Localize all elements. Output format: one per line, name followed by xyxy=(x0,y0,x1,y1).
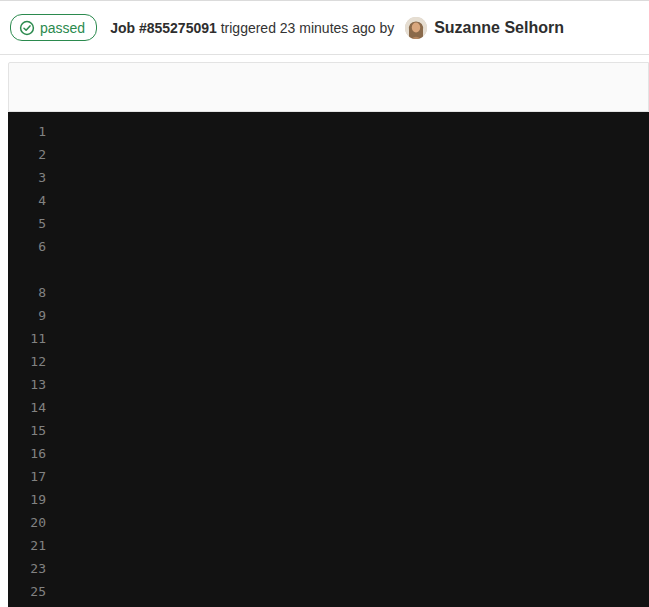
log-row: 1 Running with gitlab-runner 13.6.0-rc1 … xyxy=(8,120,649,143)
log-row: 20 $ echo "This job deploys something fr… xyxy=(8,511,649,534)
log-line-number[interactable]: 4 xyxy=(8,189,46,212)
log-line-number[interactable]: 20 xyxy=(8,511,46,534)
log-row: 9 Running on runner-ed2dce3a-project-163… xyxy=(8,304,649,327)
log-line-number[interactable]: 13 xyxy=(8,373,46,396)
log-row: 21 This job deploys something from the m… xyxy=(8,534,649,557)
log-line-number[interactable]: 17 xyxy=(8,465,46,488)
avatar[interactable] xyxy=(405,17,427,39)
log-row: 11 Getting source from Git repository xyxy=(8,327,649,350)
log-line-number[interactable]: 3 xyxy=(8,166,46,189)
log-row: 2 on docker-auto-scale ed2dce3a xyxy=(8,143,649,166)
log-line-number[interactable]: 16 xyxy=(8,442,46,465)
job-log: 1 Running with gitlab-runner 13.6.0-rc1 … xyxy=(8,112,649,607)
log-line-number[interactable]: 21 xyxy=(8,534,46,557)
log-line-number[interactable]: 14 xyxy=(8,396,46,419)
job-title: Job #855275091 xyxy=(110,20,217,36)
log-line-number[interactable]: 6 xyxy=(8,235,46,258)
log-row: 13 Fetching changes with git depth set t… xyxy=(8,373,649,396)
log-row: 19 Executing "step_script" stage of the … xyxy=(8,488,649,511)
log-row: 23 Cleaning up file based variables xyxy=(8,557,649,580)
log-row: 8 Preparing environment xyxy=(8,281,649,304)
user-name[interactable]: Suzanne Selhorn xyxy=(434,19,564,37)
log-line-number[interactable]: 8 xyxy=(8,281,46,304)
status-badge[interactable]: passed xyxy=(10,14,97,41)
job-meta: Job #855275091 triggered 23 minutes ago … xyxy=(110,20,398,36)
status-badge-label: passed xyxy=(40,20,85,36)
log-line-number[interactable]: 11 xyxy=(8,327,46,350)
log-row: ed62cd60e4fb5bf4132943d6fa2688 ... xyxy=(8,258,649,281)
log-row: 16 Checking out 7353da73 as master... xyxy=(8,442,649,465)
log-line-number[interactable]: 19 xyxy=(8,488,46,511)
log-line-number[interactable]: 1 xyxy=(8,120,46,143)
log-row: 5 Pulling docker image ruby:2.5 ... xyxy=(8,212,649,235)
check-circle-icon xyxy=(19,20,35,36)
log-line-number[interactable]: 5 xyxy=(8,212,46,235)
log-row: 6 Using docker image sha256:b7280b81558d… xyxy=(8,235,649,258)
log-row: 4 Using Docker executor with image ruby:… xyxy=(8,189,649,212)
log-line-number[interactable]: 25 xyxy=(8,580,46,603)
log-row: 25 Job succeeded xyxy=(8,580,649,603)
log-row: 12 $ eval "$CI_PRE_CLONE_SCRIPT" xyxy=(8,350,649,373)
log-row: 14 Initialized empty Git repository in /… xyxy=(8,396,649,419)
log-row: 15 Created fresh repository. xyxy=(8,419,649,442)
log-toolbar-panel xyxy=(8,62,649,112)
log-line-number[interactable]: 15 xyxy=(8,419,46,442)
log-line-number[interactable]: 2 xyxy=(8,143,46,166)
triggered-text: triggered 23 minutes ago by xyxy=(217,20,398,36)
job-header-bar: passed Job #855275091 triggered 23 minut… xyxy=(0,0,649,55)
log-line-number[interactable]: 12 xyxy=(8,350,46,373)
log-row: 3 Preparing the "docker+machine" executo… xyxy=(8,166,649,189)
log-line-number[interactable]: 23 xyxy=(8,557,46,580)
log-line-number[interactable]: 9 xyxy=(8,304,46,327)
log-row: 17 Skipping Git submodules setup xyxy=(8,465,649,488)
